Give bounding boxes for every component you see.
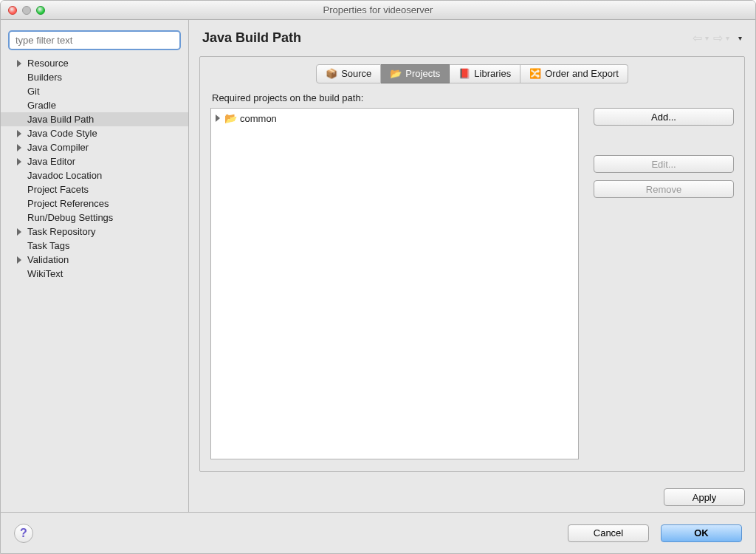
forward-icon[interactable]: ⇨	[713, 31, 723, 45]
tab-source[interactable]: 📦Source	[316, 64, 381, 83]
footer: ? Cancel OK	[1, 512, 755, 553]
sidebar-item-git[interactable]: Git	[1, 84, 188, 98]
window-title: Properties for videoserver	[1, 4, 755, 16]
tab-libraries[interactable]: 📕Libraries	[450, 64, 520, 83]
footer-buttons: Cancel OK	[568, 524, 742, 542]
page-title: Java Build Path	[202, 30, 301, 46]
sidebar-item-label: Builders	[27, 72, 62, 83]
sidebar-item-resource[interactable]: Resource	[1, 56, 188, 70]
sidebar-item-task-tags[interactable]: Task Tags	[1, 239, 188, 253]
preference-tree[interactable]: ResourceBuildersGitGradleJava Build Path…	[1, 56, 188, 281]
tabstrip: 📦Source📂Projects📕Libraries🔀Order and Exp…	[210, 64, 734, 83]
project-row[interactable]: 📂common	[214, 112, 575, 125]
cancel-button[interactable]: Cancel	[568, 524, 649, 542]
sidebar-item-wikitext[interactable]: WikiText	[1, 267, 188, 281]
apply-button[interactable]: Apply	[664, 488, 745, 506]
projects-panel: 📂common Add... Edit... Remove	[210, 108, 734, 459]
chevron-right-icon	[17, 256, 21, 264]
sidebar-item-run-debug-settings[interactable]: Run/Debug Settings	[1, 211, 188, 225]
remove-button[interactable]: Remove	[594, 180, 734, 198]
tab-label: Libraries	[474, 68, 511, 79]
minimize-icon[interactable]	[22, 6, 31, 15]
sidebar-item-label: Run/Debug Settings	[27, 212, 113, 223]
header: Java Build Path ⇦▾ ⇨▾ ▾	[189, 20, 755, 52]
sidebar-item-label: WikiText	[27, 268, 63, 279]
projects-listbox[interactable]: 📂common	[210, 108, 579, 459]
sidebar-item-label: Task Repository	[27, 226, 95, 237]
source-icon: 📦	[326, 68, 337, 79]
section-label: Required projects on the build path:	[212, 92, 734, 103]
help-icon[interactable]: ?	[14, 524, 33, 543]
sidebar-item-label: Resource	[27, 58, 69, 69]
sidebar-item-label: Project Facets	[27, 184, 89, 195]
sidebar-item-label: Git	[27, 86, 40, 97]
sidebar-item-label: Java Compiler	[27, 142, 89, 153]
sidebar: ResourceBuildersGitGradleJava Build Path…	[1, 20, 189, 512]
tab-projects[interactable]: 📂Projects	[381, 64, 450, 83]
chevron-right-icon	[17, 60, 21, 67]
back-icon[interactable]: ⇦	[693, 31, 702, 45]
sidebar-item-gradle[interactable]: Gradle	[1, 98, 188, 112]
sidebar-item-project-references[interactable]: Project References	[1, 196, 188, 211]
history-nav: ⇦▾ ⇨▾ ▾	[693, 31, 742, 45]
order-and-export-icon: 🔀	[529, 68, 541, 79]
tab-order-and-export[interactable]: 🔀Order and Export	[520, 64, 628, 83]
close-icon[interactable]	[8, 6, 17, 15]
window-controls	[8, 6, 45, 15]
properties-window: Properties for videoserver ResourceBuild…	[0, 0, 756, 554]
content-area: 📦Source📂Projects📕Libraries🔀Order and Exp…	[199, 56, 745, 472]
chevron-right-icon	[17, 228, 21, 236]
sidebar-item-java-code-style[interactable]: Java Code Style	[1, 126, 188, 140]
right-button-column: Add... Edit... Remove	[594, 108, 734, 459]
tab-label: Order and Export	[545, 68, 619, 79]
sidebar-item-label: Java Code Style	[27, 128, 97, 139]
titlebar[interactable]: Properties for videoserver	[1, 1, 755, 20]
sidebar-item-label: Gradle	[27, 100, 56, 111]
tab-label: Source	[341, 68, 371, 79]
body: ResourceBuildersGitGradleJava Build Path…	[1, 20, 755, 512]
edit-button[interactable]: Edit...	[594, 155, 734, 173]
sidebar-item-label: Task Tags	[27, 240, 70, 251]
project-name: common	[240, 113, 277, 124]
tab-label: Projects	[405, 68, 440, 79]
filter-input[interactable]	[8, 30, 181, 50]
add-button[interactable]: Add...	[594, 108, 734, 126]
ok-button[interactable]: OK	[661, 524, 742, 542]
sidebar-item-javadoc-location[interactable]: Javadoc Location	[1, 168, 188, 182]
main: Java Build Path ⇦▾ ⇨▾ ▾ 📦Source📂Projects…	[189, 20, 755, 512]
sidebar-item-java-build-path[interactable]: Java Build Path	[1, 112, 188, 126]
chevron-right-icon	[17, 130, 21, 137]
chevron-right-icon	[17, 144, 21, 151]
chevron-right-icon	[17, 158, 21, 165]
folder-open-icon: 📂	[224, 112, 237, 124]
libraries-icon: 📕	[458, 68, 470, 79]
sidebar-item-builders[interactable]: Builders	[1, 70, 188, 84]
sidebar-item-java-editor[interactable]: Java Editor	[1, 154, 188, 168]
view-menu-icon[interactable]: ▾	[738, 34, 742, 42]
sidebar-item-task-repository[interactable]: Task Repository	[1, 225, 188, 239]
projects-icon: 📂	[390, 68, 402, 79]
sidebar-item-label: Java Editor	[27, 156, 75, 167]
sidebar-item-label: Javadoc Location	[27, 170, 102, 181]
sidebar-item-validation[interactable]: Validation	[1, 253, 188, 267]
sidebar-item-label: Validation	[27, 254, 69, 265]
sidebar-item-label: Project References	[27, 198, 109, 209]
apply-row: Apply	[189, 481, 755, 512]
chevron-right-icon	[216, 114, 220, 122]
sidebar-item-label: Java Build Path	[27, 114, 94, 125]
sidebar-item-java-compiler[interactable]: Java Compiler	[1, 140, 188, 154]
zoom-icon[interactable]	[36, 6, 45, 15]
sidebar-item-project-facets[interactable]: Project Facets	[1, 182, 188, 196]
